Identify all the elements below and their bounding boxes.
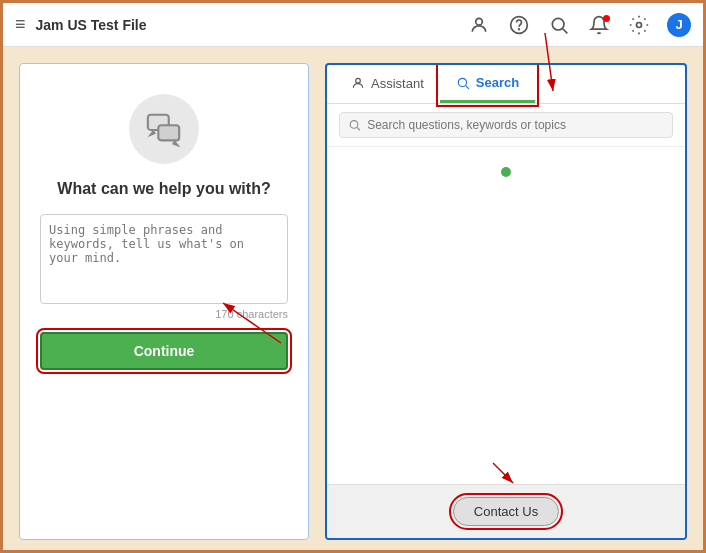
right-panel: Assistant Search [325, 63, 687, 540]
help-textarea[interactable] [40, 214, 288, 304]
search-tab-icon [456, 76, 470, 90]
top-bar: ≡ Jam US Test File [3, 3, 703, 47]
svg-point-3 [552, 18, 564, 30]
bell-icon[interactable] [587, 13, 611, 37]
search-bar-icon [348, 118, 361, 132]
main-content: What can we help you with? 170 character… [3, 47, 703, 553]
hamburger-icon[interactable]: ≡ [15, 14, 26, 35]
chat-icon-container [129, 94, 199, 164]
right-footer: Contact Us [327, 484, 685, 538]
help-icon[interactable] [507, 13, 531, 37]
svg-line-4 [563, 28, 568, 33]
settings-icon[interactable] [627, 13, 651, 37]
svg-point-2 [519, 28, 520, 29]
user-icon[interactable] [467, 13, 491, 37]
help-title: What can we help you with? [57, 180, 270, 198]
svg-point-11 [350, 121, 358, 129]
search-input[interactable] [367, 118, 664, 132]
tab-assistant[interactable]: Assistant [335, 65, 440, 103]
search-bar-container [327, 104, 685, 147]
svg-point-9 [458, 78, 466, 86]
svg-point-8 [356, 78, 361, 83]
svg-line-10 [465, 85, 468, 88]
char-count: 170 characters [40, 308, 288, 320]
left-panel: What can we help you with? 170 character… [19, 63, 309, 540]
svg-point-0 [476, 18, 483, 25]
tab-search[interactable]: Search [440, 65, 535, 103]
assistant-icon [351, 76, 365, 90]
continue-button[interactable]: Continue [40, 332, 288, 370]
search-bar[interactable] [339, 112, 673, 138]
app-title: Jam US Test File [36, 17, 467, 33]
search-icon[interactable] [547, 13, 571, 37]
svg-line-12 [357, 127, 360, 130]
top-icons: J [467, 13, 691, 37]
notification-dot [603, 15, 610, 22]
contact-us-button[interactable]: Contact Us [453, 497, 559, 526]
svg-point-5 [637, 22, 642, 27]
tabs: Assistant Search [327, 65, 685, 104]
status-dot [501, 167, 511, 177]
svg-rect-7 [158, 125, 179, 140]
user-avatar[interactable]: J [667, 13, 691, 37]
right-panel-body [327, 147, 685, 484]
